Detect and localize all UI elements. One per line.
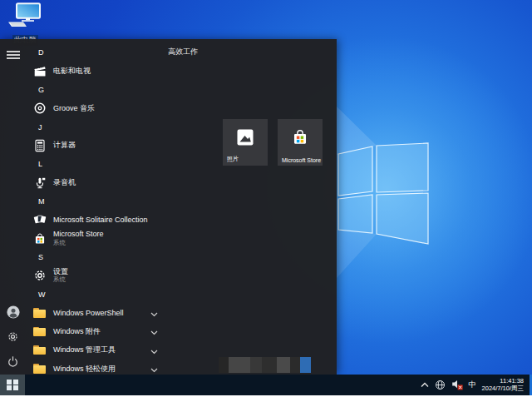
folder-item-label: Windows 轻松使用 [53, 364, 116, 375]
app-item-settings[interactable]: 设置 系统 [27, 266, 220, 285]
start-button[interactable] [0, 375, 25, 395]
app-item-subtitle: 系统 [53, 275, 68, 284]
app-item-microsoft-store[interactable]: Microsoft Store 系统 [27, 229, 220, 247]
power-icon[interactable] [7, 355, 20, 369]
app-item-solitaire[interactable]: Microsoft Solitaire Collection [27, 211, 220, 229]
tile-group: 照片 Microsoft Store [223, 119, 323, 166]
tile-microsoft-store[interactable]: Microsoft Store [278, 119, 323, 166]
groove-music-icon [32, 102, 47, 116]
app-item-voice-recorder[interactable]: 录音机 [27, 173, 220, 191]
folder-icon [32, 325, 47, 339]
computer-monitor-icon [7, 2, 43, 27]
section-header-w[interactable]: W [27, 285, 220, 303]
settings-gear-icon[interactable] [7, 330, 20, 344]
app-item-movies-tv[interactable]: 电影和电视 [27, 62, 220, 80]
section-header-s[interactable]: S [27, 248, 220, 266]
folder-item-windows-admin-tools[interactable]: Windows 管理工具 [27, 341, 220, 360]
taskbar-clock[interactable]: 11:41:38 2024/7/10/周三 [482, 377, 524, 392]
settings-gear-icon [32, 269, 47, 283]
section-header-l[interactable]: L [27, 155, 220, 173]
folder-icon [32, 305, 47, 320]
store-bag-icon [32, 231, 47, 246]
pixelated-region [219, 357, 311, 373]
solitaire-cards-icon [32, 213, 47, 227]
section-header-g[interactable]: G [27, 81, 220, 99]
folder-item-windows-ease-of-access[interactable]: Windows 轻松使用 [27, 360, 220, 375]
chevron-down-icon[interactable] [150, 324, 158, 339]
start-menu-panel: D 电影和电视 G [0, 39, 337, 375]
user-account-icon[interactable] [7, 305, 20, 319]
chevron-down-icon[interactable] [150, 305, 158, 320]
clock-time: 11:41:38 [482, 377, 524, 385]
tile-label: Microsoft Store [282, 157, 321, 163]
folder-item-label: Windows PowerShell [53, 309, 124, 317]
hamburger-menu-icon[interactable] [7, 48, 20, 62]
taskbar: 中 11:41:38 2024/7/10/周三 [0, 375, 532, 395]
calculator-icon [32, 138, 47, 152]
voice-recorder-icon [32, 176, 47, 190]
system-tray: 中 11:41:38 2024/7/10/周三 [421, 375, 530, 395]
folder-icon [32, 343, 47, 357]
start-menu-app-list: D 电影和电视 G [27, 43, 220, 375]
start-menu-rail [0, 39, 27, 375]
ime-indicator[interactable]: 中 [469, 380, 476, 390]
volume-muted-icon[interactable] [451, 379, 463, 390]
chevron-down-icon[interactable] [150, 361, 158, 375]
app-item-subtitle: 系统 [53, 239, 104, 247]
network-globe-icon[interactable] [435, 380, 446, 390]
folder-item-label: Windows 管理工具 [53, 345, 116, 355]
app-item-label: 设置 [53, 268, 68, 276]
chevron-down-icon[interactable] [150, 343, 158, 358]
section-header-m[interactable]: M [27, 192, 220, 211]
folder-item-label: Windows 附件 [53, 326, 101, 337]
tile-photos[interactable]: 照片 [223, 119, 268, 166]
chevron-up-icon[interactable] [421, 382, 429, 388]
folder-item-windows-accessories[interactable]: Windows 附件 [27, 322, 220, 340]
tile-label: 照片 [227, 155, 239, 163]
app-item-label: Microsoft Store [53, 231, 104, 239]
folder-icon [32, 362, 47, 375]
folder-item-windows-powershell[interactable]: Windows PowerShell [27, 304, 220, 322]
app-item-label: Groove 音乐 [53, 103, 95, 114]
app-item-groove-music[interactable]: Groove 音乐 [27, 99, 220, 117]
app-item-label: Microsoft Solitaire Collection [53, 216, 148, 224]
section-header-j[interactable]: J [27, 117, 220, 136]
tile-group-label[interactable]: 高效工作 [168, 47, 198, 57]
app-item-calculator[interactable]: 计算器 [27, 136, 220, 155]
movies-tv-icon [32, 64, 47, 78]
windows-logo-icon [7, 380, 17, 390]
store-bag-icon [291, 128, 309, 150]
photos-icon [236, 128, 254, 150]
app-item-label: 电影和电视 [53, 66, 91, 77]
clock-date: 2024/7/10/周三 [482, 385, 524, 392]
app-item-label: 计算器 [53, 140, 76, 151]
windows-desktop: 此电脑 [0, 0, 532, 397]
app-item-label: 录音机 [53, 177, 76, 188]
